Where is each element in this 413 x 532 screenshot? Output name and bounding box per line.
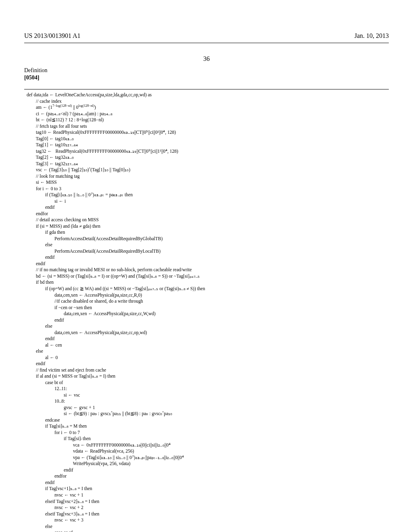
code-line: endif bbox=[27, 205, 55, 210]
code-line: if gda then bbox=[27, 230, 65, 235]
code-line: WritePhysical(vpa, 256, vdata) bbox=[27, 461, 130, 466]
code-line: // look for matching tag bbox=[27, 174, 80, 179]
code-line: vca ← 0xFFFFFFFF00000000₆₃..₁₉||0||ci||s… bbox=[27, 443, 171, 447]
code-line: endfor bbox=[27, 474, 67, 478]
code-line: if bd then bbox=[27, 280, 54, 285]
code-line: nvsc ← vsc + 3 bbox=[27, 517, 83, 522]
code-line: case cc of bbox=[27, 530, 73, 532]
code-line: endif bbox=[27, 261, 46, 266]
code-line: else bbox=[27, 349, 43, 353]
code-line: // fetch tags for all four sets bbox=[27, 124, 87, 129]
code-line: si ← i bbox=[27, 199, 66, 204]
code-line: Tag[0] ← tag10₆₃..₀ bbox=[27, 136, 74, 141]
code-line: tag10 ← ReadPhysical(0xFFFFFFFF00000000₆… bbox=[27, 130, 176, 135]
code-line: Tag[1] ← tag10₁₂₇..₆₄ bbox=[27, 142, 78, 147]
code-line: endfor bbox=[27, 211, 48, 216]
code-line: else bbox=[27, 324, 52, 328]
code-line: //if cache disabled or shared, do a writ… bbox=[27, 299, 143, 303]
code-line: endif bbox=[27, 361, 46, 366]
code-line: PerformAccessDetail(AccessDetailRequired… bbox=[27, 249, 161, 254]
code-line: endif bbox=[27, 318, 64, 322]
code-line: al ← cen bbox=[27, 343, 62, 347]
pseudocode-block: def data,tda ← LevelOneCacheAccess(pa,si… bbox=[24, 92, 389, 532]
code-line: def data,tda ← LevelOneCacheAccess(pa,si… bbox=[27, 92, 152, 97]
code-line: endif bbox=[27, 336, 55, 341]
code-line: if ~cen or ~xen then bbox=[27, 305, 92, 310]
code-line: if al and (si = MISS or Tag[si]₉..₈ = I)… bbox=[27, 374, 115, 378]
code-line: if Tag[vsc+1]₉..₈ = I then bbox=[27, 486, 92, 491]
code-line: vsc ← (Tag[3]₁₀ || Tag[2]₁₀)ˆ(Tag[1]₁₀ |… bbox=[27, 167, 130, 172]
code-line: // detail access checking on MISS bbox=[27, 217, 99, 222]
code-line: if Tag[si]₉..₈ = M then bbox=[27, 424, 87, 428]
code-line: endif bbox=[27, 480, 55, 485]
code-line: al ← 0 bbox=[27, 355, 58, 360]
code-line: nvsc ← vsc + 2 bbox=[27, 505, 83, 510]
code-line: if (Tag[i]₆₃..₁₀ || i₁..₀ || 0⁷)₆₃..ᵦₜ =… bbox=[27, 192, 133, 197]
code-line: am ← (17−log(128−nl) || 0log(128−nl)) bbox=[27, 105, 96, 110]
code-line: // if no matching tag or invalid MESI or… bbox=[27, 267, 192, 272]
page-header: US 2013/0013901 A1 Jan. 10, 2013 bbox=[24, 32, 389, 39]
code-line: gvsc ← gvsc + 1 bbox=[27, 405, 95, 410]
code-line: if Tag[si]ᵢ then bbox=[27, 436, 91, 441]
paragraph-label: [0504] bbox=[24, 75, 389, 81]
code-line: vdata ← ReadPhysical(vca, 256) bbox=[27, 449, 134, 453]
code-line: nvsc ← vsc + 1 bbox=[27, 493, 83, 497]
code-line: else bbox=[27, 524, 52, 529]
code-line: si ← MISS bbox=[27, 180, 57, 185]
code-line: 12..11: bbox=[27, 386, 67, 391]
code-line: else bbox=[27, 242, 52, 247]
code-line: Tag[2] ← tag32₆₃..₀ bbox=[27, 155, 74, 160]
code-line: Tag[3] ← tag32₁₂₇..₆₄ bbox=[27, 161, 78, 166]
code-top-rule bbox=[24, 89, 389, 89]
code-line: si ← vsc bbox=[27, 393, 80, 397]
code-line: data,cen,xen ← AccessPhysical(pa,size,cc… bbox=[27, 330, 147, 335]
code-line: 10..8: bbox=[27, 399, 65, 403]
page-number: 36 bbox=[24, 55, 389, 62]
code-line: ci ← (pa₁₄..₈<nl) ? (pa₁₄..₈||am) : pa₁₄… bbox=[27, 111, 113, 116]
code-line: data,cen,xen ← AccessPhysical(pa,size,cc… bbox=[27, 311, 156, 316]
code-line: PerformAccessDetail(AccessDetailRequired… bbox=[27, 236, 163, 241]
code-line: bd ← (si = MISS) or (Tag[si]₉..₈ = I) or… bbox=[27, 274, 200, 278]
code-line: // cache index bbox=[27, 99, 62, 104]
code-line: case bt of bbox=[27, 380, 63, 385]
publication-date: Jan. 10, 2013 bbox=[355, 32, 389, 39]
code-line: endcase bbox=[27, 418, 60, 422]
code-line: elseif Tag[vsc+2]₉..₈ = I then bbox=[27, 499, 99, 504]
code-line: if (si = MISS) and (lda ≠ gda) then bbox=[27, 224, 100, 229]
code-line: bt ← (nl≦112) ? 12 : 8+log(128−nl) bbox=[27, 117, 104, 122]
code-line: endif bbox=[27, 468, 73, 472]
publication-number: US 2013/0013901 A1 bbox=[24, 32, 81, 39]
code-line: tag32 ← ReadPhysical(0xFFFFFFFF00000000₆… bbox=[27, 149, 178, 154]
code-line: data,cen,xen ← AccessPhysical(pa,size,cc… bbox=[27, 293, 142, 297]
code-line: si ← (bt≦9) : pa₉ : gvsc₁ˆpa₁₁ || (bt≦8)… bbox=[27, 411, 172, 416]
code-line: // find victim set and eject from cache bbox=[27, 368, 106, 372]
header-rule bbox=[24, 43, 389, 43]
code-line: for i ← 0 to 7 bbox=[27, 430, 80, 435]
code-line: vpa ← (Tag[si]₆₃..₁₀ || si₁..₀ || 0⁷)₆₃.… bbox=[27, 455, 184, 460]
section-title: Definition bbox=[24, 67, 389, 74]
code-line: if (op=W) and (cc ≧ WA) and ((si = MISS)… bbox=[27, 286, 205, 291]
code-line: endif bbox=[27, 255, 55, 260]
code-line: for i ← 0 to 3 bbox=[27, 186, 61, 191]
code-line: elseif Tag[vsc+3]₉..₈ = I then bbox=[27, 511, 99, 516]
page: US 2013/0013901 A1 Jan. 10, 2013 36 Defi… bbox=[0, 0, 413, 532]
